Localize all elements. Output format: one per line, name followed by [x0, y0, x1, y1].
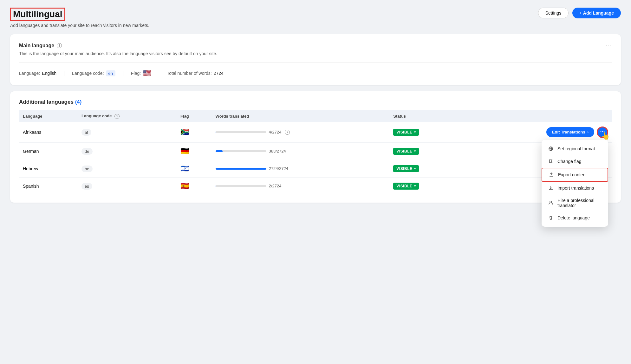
dropdown-item-export-content[interactable]: Export content [542, 168, 608, 182]
flag-emoji: 🇿🇦 [180, 128, 189, 136]
globe-icon [548, 146, 554, 152]
language-name: Afrikaans [23, 130, 41, 135]
main-lang-info-icon[interactable]: ℹ [57, 43, 62, 48]
words-translated-cell: 4/2724 ℹ [212, 122, 390, 143]
status-cell: VISIBLE ▾ [389, 122, 461, 143]
col-words-translated: Words translated [212, 110, 390, 122]
main-language-card: Main language ℹ ··· This is the language… [10, 34, 621, 85]
dropdown-menu: Set regional format Change flag Export c… [542, 140, 608, 227]
words-translated-cell: 2724/2724 [212, 160, 390, 177]
dropdown-item-set-regional[interactable]: Set regional format [542, 142, 608, 155]
page-subtitle: Add languages and translate your site to… [10, 23, 149, 28]
import-icon [548, 185, 554, 191]
flag-cell: 🇮🇱 [177, 160, 212, 177]
language-name-cell: German [19, 142, 78, 160]
language-code-badge: he [81, 166, 92, 172]
dropdown-item-hire-translator[interactable]: Hire a professional translator [542, 194, 608, 211]
progress-wrap: 2724/2724 [216, 166, 386, 171]
row-actions: Edit Translations › ··· 👆 Set regional f… [465, 127, 608, 138]
status-badge[interactable]: VISIBLE ▾ [393, 129, 419, 136]
cursor-icon: 👆 [601, 132, 610, 140]
flag-cell: 🇩🇪 [177, 142, 212, 160]
table-header-row: Language Language code ℹ Flag Words tran… [19, 110, 612, 122]
flag-cell: 🇿🇦 [177, 122, 212, 143]
language-code-badge: af [81, 129, 91, 136]
dropdown-item-label: Export content [558, 172, 587, 177]
more-options-button[interactable]: ··· 👆 [597, 127, 608, 138]
progress-bar-fill [216, 168, 266, 170]
language-name: Spanish [23, 184, 39, 189]
flag-label: Flag: [131, 71, 141, 76]
language-name: Hebrew [23, 166, 38, 171]
progress-wrap: 2/2724 [216, 184, 386, 188]
language-name-cell: Afrikaans [19, 122, 78, 143]
flag-emoji: 🇩🇪 [180, 147, 189, 155]
svg-point-4 [550, 201, 552, 203]
language-code-badge: de [81, 148, 92, 155]
col-status: Status [389, 110, 461, 122]
words-info-icon[interactable]: ℹ [285, 130, 290, 135]
main-lang-dots-button[interactable]: ··· [606, 42, 612, 49]
progress-bar-background [216, 131, 266, 133]
title-group: Multilingual Add languages and translate… [10, 8, 149, 28]
progress-text: 2724/2724 [269, 166, 288, 171]
flag-emoji: 🇪🇸 [180, 182, 189, 190]
person-icon [548, 200, 554, 206]
words-translated-cell: 2/2724 [212, 177, 390, 195]
dropdown-item-label: Hire a professional translator [557, 198, 602, 208]
dropdown-item-change-flag[interactable]: Change flag [542, 155, 608, 168]
language-code-info-icon[interactable]: ℹ [114, 114, 120, 119]
status-chevron-icon: ▾ [414, 167, 416, 170]
language-flag-item: Flag: 🇺🇸 [131, 69, 159, 77]
language-code-item: Language code: en [72, 70, 123, 76]
table-row: Afrikaansaf🇿🇦 4/2724 ℹ VISIBLE ▾ Edit Tr… [19, 122, 612, 143]
table-row: Hebrewhe🇮🇱 2724/2724 VISIBLE ▾ [19, 160, 612, 177]
dropdown-item-import-translations[interactable]: Import translations [542, 182, 608, 194]
additional-languages-card: Additional languages (4) Language Langua… [10, 91, 621, 203]
dropdown-item-delete-language[interactable]: Delete language [542, 211, 608, 224]
words-count-item: Total number of words: 2724 [167, 71, 231, 76]
status-badge[interactable]: VISIBLE ▾ [393, 148, 419, 155]
table-row: Spanishes🇪🇸 2/2724 VISIBLE ▾ [19, 177, 612, 195]
status-cell: VISIBLE ▾ [389, 142, 461, 160]
more-button-container: ··· 👆 Set regional format Change flag Ex… [597, 127, 608, 138]
flag-emoji: 🇮🇱 [180, 165, 189, 172]
status-chevron-icon: ▾ [414, 184, 416, 188]
table-row: Germande🇩🇪 383/2724 VISIBLE ▾ [19, 142, 612, 160]
status-cell: VISIBLE ▾ [389, 177, 461, 195]
language-name-cell: Hebrew [19, 160, 78, 177]
status-chevron-icon: ▾ [414, 130, 416, 134]
table-head: Language Language code ℹ Flag Words tran… [19, 110, 612, 122]
words-translated-cell: 383/2724 [212, 142, 390, 160]
edit-translations-button[interactable]: Edit Translations › [546, 127, 594, 137]
language-name-item: Language: English [19, 71, 64, 76]
additional-languages-title: Additional languages (4) [19, 99, 612, 105]
status-badge[interactable]: VISIBLE ▾ [393, 165, 419, 172]
language-code-badge: es [81, 183, 92, 190]
progress-bar-background [216, 150, 266, 152]
main-flag-emoji: 🇺🇸 [143, 69, 151, 77]
language-code-cell: he [78, 160, 177, 177]
flag-cell: 🇪🇸 [177, 177, 212, 195]
dropdown-item-label: Change flag [557, 159, 582, 164]
progress-text: 4/2724 [269, 130, 282, 134]
settings-button[interactable]: Settings [538, 8, 569, 18]
progress-wrap: 383/2724 [216, 149, 386, 153]
page-header: Multilingual Add languages and translate… [10, 8, 621, 28]
chevron-right-icon: › [587, 130, 589, 134]
main-lang-title-text: Main language [19, 43, 54, 49]
language-value: English [42, 71, 56, 76]
page-title: Multilingual [10, 8, 65, 21]
dropdown-item-label: Set regional format [557, 146, 595, 151]
dropdown-item-label: Delete language [557, 215, 590, 220]
language-code-value: en [106, 70, 115, 76]
col-flag: Flag [177, 110, 212, 122]
main-lang-description: This is the language of your main audien… [19, 51, 612, 56]
status-cell: VISIBLE ▾ [389, 160, 461, 177]
status-chevron-icon: ▾ [414, 149, 416, 153]
actions-cell: Edit Translations › ··· 👆 Set regional f… [461, 122, 612, 143]
status-badge[interactable]: VISIBLE ▾ [393, 183, 419, 190]
dropdown-item-label: Import translations [557, 185, 594, 191]
add-language-button[interactable]: + Add Language [572, 8, 621, 18]
col-language-code: Language code ℹ [78, 110, 177, 122]
